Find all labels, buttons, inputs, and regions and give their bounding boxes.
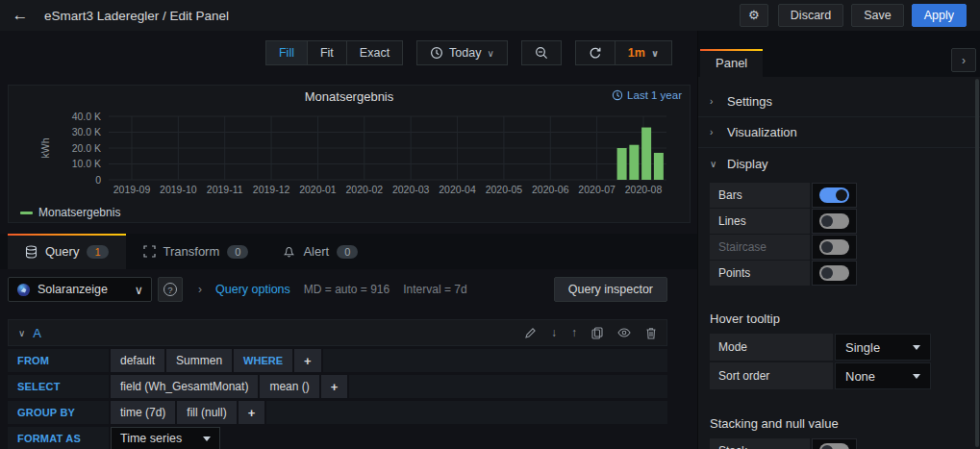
series-legend-label[interactable]: Monatsergebnis	[38, 206, 120, 219]
chart-panel-title: Monatsergebnis	[305, 89, 394, 104]
add-where-button[interactable]: +	[294, 349, 321, 372]
svg-text:2020-02: 2020-02	[346, 184, 384, 195]
tooltip-mode-value: Single	[845, 340, 880, 355]
chevron-down-icon: ∨	[651, 48, 659, 59]
staircase-toggle[interactable]	[812, 235, 857, 260]
fill-mode-button[interactable]: Fill	[265, 40, 308, 65]
database-icon	[25, 245, 38, 259]
groupby-fill-segment[interactable]: fill (null)	[177, 401, 236, 424]
move-query-up-button[interactable]: ↑	[571, 326, 577, 339]
query-from-row: FROM default Summen WHERE +	[8, 349, 667, 372]
tab-alert[interactable]: Alert 0	[265, 234, 375, 269]
groupby-time-segment[interactable]: time (7d)	[111, 401, 175, 424]
back-arrow-icon: ←	[13, 6, 29, 24]
collapse-query-icon[interactable]: ∨	[18, 328, 25, 338]
delete-query-button[interactable]	[645, 327, 657, 339]
query-card-header[interactable]: ∨ A ↓ ↑	[8, 319, 667, 346]
duplicate-query-button[interactable]	[591, 327, 603, 339]
option-row-lines: Lines	[710, 209, 980, 234]
sidebar-gap	[698, 326, 980, 334]
chevron-right-icon[interactable]: ›	[198, 283, 202, 296]
caret-down-icon	[203, 437, 211, 441]
sidebar-scrollbar[interactable]	[975, 79, 979, 447]
collapse-sidebar-button[interactable]: ›	[951, 48, 976, 72]
section-visualization-label: Visualization	[727, 125, 797, 139]
refresh-interval-label: 1m	[628, 46, 645, 60]
exact-mode-button[interactable]: Exact	[347, 40, 403, 65]
clock-icon	[612, 89, 623, 101]
series-color-swatch[interactable]	[20, 212, 33, 214]
tooltip-mode-row: Mode Single	[710, 334, 980, 361]
from-label: FROM	[8, 349, 109, 372]
main-area: Fill Fit Exact Today ∨	[0, 31, 980, 449]
add-select-button[interactable]: +	[321, 375, 348, 398]
query-groupby-row: GROUP BY time (7d) fill (null) +	[8, 401, 667, 424]
tab-query[interactable]: Query 1	[8, 234, 126, 269]
fit-mode-button[interactable]: Fit	[308, 40, 347, 65]
option-row-bars: Bars	[710, 183, 980, 208]
edit-query-button[interactable]	[524, 327, 537, 339]
tooltip-mode-select[interactable]: Single	[835, 334, 931, 361]
time-range-picker[interactable]: Today ∨	[416, 40, 508, 65]
query-inspector-button[interactable]: Query inspector	[554, 277, 667, 302]
svg-text:0: 0	[95, 174, 101, 186]
bars-toggle[interactable]	[812, 183, 857, 208]
sidebar-gap	[698, 77, 980, 87]
chevron-right-icon: ›	[710, 127, 717, 137]
display-options-list: Bars Lines Staircase Points	[698, 179, 980, 286]
refresh-interval-picker[interactable]: 1m ∨	[616, 40, 672, 65]
toggle-knob	[819, 265, 849, 281]
disable-query-button[interactable]	[617, 327, 631, 338]
refresh-button[interactable]	[575, 40, 616, 65]
tab-query-label: Query	[45, 244, 79, 259]
move-query-down-button[interactable]: ↓	[551, 326, 557, 339]
tab-panel[interactable]: Panel	[700, 49, 763, 77]
select-mean-segment[interactable]: mean ()	[260, 375, 318, 398]
save-button[interactable]: Save	[851, 4, 904, 27]
points-toggle[interactable]	[812, 261, 857, 286]
clock-icon	[430, 46, 443, 60]
lines-toggle[interactable]	[812, 209, 857, 234]
datasource-help-button[interactable]: ?	[158, 277, 183, 302]
chart-legend: Monatsergebnis	[20, 206, 120, 219]
max-data-points-text: MD = auto = 916	[304, 283, 389, 296]
apply-button[interactable]: Apply	[912, 4, 967, 27]
chevron-right-icon: ›	[962, 54, 966, 67]
section-display[interactable]: ∨ Display	[698, 148, 980, 179]
zoom-out-button[interactable]	[521, 40, 562, 65]
chevron-down-icon: ∨	[135, 283, 143, 297]
section-settings[interactable]: › Settings	[698, 87, 980, 117]
page-title: eSmart3 Laderegler / Edit Panel	[44, 9, 229, 23]
from-policy-segment[interactable]: default	[111, 349, 164, 372]
datasource-picker[interactable]: Solaranzeige ∨	[8, 277, 152, 302]
stack-toggle[interactable]	[812, 438, 857, 449]
back-button[interactable]: ←	[0, 0, 40, 31]
lines-label: Lines	[710, 209, 810, 234]
time-range-label: Today	[449, 46, 481, 60]
tooltip-sort-select[interactable]: None	[835, 362, 931, 389]
query-options-toggle[interactable]: Query options	[215, 283, 290, 296]
section-visualization[interactable]: › Visualization	[698, 117, 980, 148]
timeseries-chart[interactable]: 010.0 K20.0 K30.0 K40.0 KkWh2019-092019-…	[9, 107, 682, 199]
panel-time-range-badge[interactable]: Last 1 year	[612, 89, 682, 101]
panel-time-range-label: Last 1 year	[627, 89, 682, 101]
query-format-row: FORMAT AS Time series	[8, 427, 667, 449]
tab-transform[interactable]: Transform 0	[126, 234, 266, 269]
row-filler	[266, 401, 667, 424]
svg-text:kWh: kWh	[39, 137, 51, 158]
discard-button[interactable]: Discard	[778, 4, 843, 27]
zoom-out-icon	[535, 46, 548, 60]
from-measurement-segment[interactable]: Summen	[166, 349, 232, 372]
where-keyword-segment[interactable]: WHERE	[234, 349, 292, 372]
section-settings-label: Settings	[727, 94, 772, 109]
stack-label: Stack	[710, 438, 810, 449]
svg-text:2019-09: 2019-09	[113, 184, 151, 195]
select-field-segment[interactable]: field (Wh_GesamtMonat)	[111, 375, 258, 398]
points-label: Points	[710, 261, 810, 286]
panel-settings-button[interactable]: ⚙	[740, 4, 768, 27]
chart-panel-header[interactable]: Monatsergebnis Last 1 year	[9, 86, 690, 107]
add-groupby-button[interactable]: +	[239, 401, 265, 424]
format-as-select[interactable]: Time series	[111, 427, 220, 449]
options-sidebar: Panel › › Settings › Visualization ∨ Dis…	[697, 31, 980, 449]
option-row-points: Points	[710, 261, 980, 286]
